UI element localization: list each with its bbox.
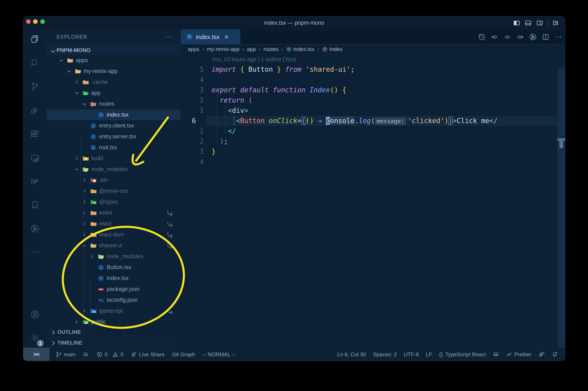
tree-item-my-remix-app[interactable]: my-remix-app [47, 66, 181, 77]
react-icon [98, 111, 105, 118]
activitybar-source-control-icon[interactable] [23, 77, 47, 96]
tree-item-.bin[interactable]: 01 .bin [47, 175, 181, 186]
activitybar-accounts-icon[interactable] [23, 305, 47, 324]
tree-item-node-modules[interactable]: JS node_modules [47, 164, 181, 175]
more-actions-icon[interactable] [555, 33, 562, 41]
breadcrumb-item[interactable]: my-remix-app [207, 46, 240, 52]
code-editor[interactable]: You, 23 hours ago | 1 author (You) 5 imp… [181, 54, 565, 348]
tree-item-node-modules[interactable]: JS node_modules [47, 251, 181, 262]
tree-item-Button.tsx[interactable]: Button.tsx [47, 262, 181, 273]
next-change-icon[interactable] [516, 33, 524, 41]
previous-change-icon[interactable] [491, 33, 498, 41]
status-item[interactable] [538, 351, 545, 358]
tab-index-tsx[interactable]: index.tsx ✕ [181, 30, 240, 44]
breadcrumb-item[interactable]: Index [322, 46, 343, 52]
code-line: 6 <Button onClick={() ⇒ console.log(mess… [181, 116, 565, 126]
layout-sidebar-left-icon[interactable] [513, 19, 520, 27]
panel-outline[interactable]: OUTLINE [47, 326, 181, 337]
tree-item-package.json[interactable]: npm package.json [47, 284, 181, 294]
activitybar-nx-console-icon[interactable] [23, 172, 47, 191]
status-item-lf[interactable]: LF [426, 351, 432, 358]
tree-item-build[interactable]: build [47, 153, 181, 164]
folder-icon [90, 231, 97, 238]
svg-text:npm: npm [99, 288, 103, 290]
status-item-git-graph[interactable]: Git Graph [172, 351, 195, 358]
chevron-down-icon [59, 57, 64, 64]
status-item-0[interactable]: 00 [97, 351, 123, 358]
activitybar-run-debug-icon[interactable] [23, 101, 47, 119]
activitybar-remote-explorer-icon[interactable] [23, 149, 47, 168]
tree-item-tsconfig.json[interactable]: TS⚙ tsconfig.json [47, 294, 181, 305]
line-number: 2 [200, 136, 204, 147]
status-item[interactable] [552, 351, 558, 358]
tree-item-entry.server.tsx[interactable]: entry.server.tsx [47, 131, 181, 142]
tree-item-public[interactable]: public [47, 316, 181, 327]
git-graph-icon[interactable] [529, 33, 537, 41]
breadcrumb-item[interactable]: index.tsx [286, 46, 314, 52]
react-icon [90, 133, 97, 140]
status-item--normal-[interactable]: -- NORMAL -- [202, 351, 235, 358]
status-item[interactable] [83, 351, 89, 358]
folder-public-icon [82, 318, 89, 325]
explorer-more-actions-icon[interactable]: ··· [165, 32, 174, 40]
tree-item-routes[interactable]: routes [47, 98, 181, 109]
activitybar-explorer-icon[interactable] [23, 30, 47, 49]
remote-indicator[interactable]: >< [23, 348, 50, 361]
layout-panel-icon[interactable] [524, 19, 532, 27]
activitybar-more-views-icon[interactable] [23, 243, 47, 262]
workspace-section-header[interactable]: PNPM-MONO [47, 45, 181, 55]
tree-item-@types[interactable]: TS @types [47, 196, 181, 207]
breadcrumb-item[interactable]: apps [188, 46, 199, 52]
copilot-icon [493, 351, 499, 358]
tree-item-apps[interactable]: apps [47, 55, 181, 66]
activitybar-search-icon[interactable] [23, 54, 47, 72]
status-item-prettier[interactable]: Prettier [506, 351, 531, 358]
line-number: 5 [200, 64, 204, 75]
tree-item-shared-ui[interactable]: shared-ui [47, 240, 181, 251]
breadcrumb-item[interactable]: app [247, 46, 256, 52]
close-tab-icon[interactable]: ✕ [224, 34, 229, 40]
status-item-spaces-2[interactable]: Spaces: 2 [373, 351, 397, 358]
breadcrumb-item[interactable]: routes [264, 46, 278, 52]
status-item-typescript-react[interactable]: {}TypeScript React [439, 351, 486, 358]
split-editor-icon[interactable] [542, 33, 550, 41]
tree-item-index.tsx[interactable]: index.tsx [47, 273, 181, 284]
status-item-main[interactable]: main [56, 351, 76, 358]
titlebar-divider [548, 19, 548, 26]
layout-sidebar-right-icon[interactable] [536, 19, 543, 27]
timeline-history-icon[interactable] [478, 33, 486, 41]
panel-timeline[interactable]: TIMELINE [47, 337, 181, 348]
tree-item-react[interactable]: react [47, 218, 181, 229]
chevron-right-icon [74, 318, 79, 325]
activitybar-extensions-icon[interactable] [23, 125, 47, 143]
vertical-scrollbar[interactable] [557, 69, 565, 348]
activitybar-git-graph-icon[interactable] [23, 219, 47, 238]
status-item-live-share[interactable]: Live Share [131, 351, 165, 358]
activitybar-bookmarks-icon[interactable] [23, 196, 47, 214]
status-item-ln-6-col-30[interactable]: Ln 6, Col 30 [337, 351, 366, 358]
tree-item-entry.client.tsx[interactable]: entry.client.tsx [47, 120, 181, 131]
symbol-module-icon [322, 46, 328, 52]
svg-text:JS: JS [85, 169, 87, 171]
status-item-utf-8[interactable]: UTF-8 [404, 351, 419, 358]
svg-text:⚙: ⚙ [102, 300, 104, 303]
folder-app-icon: ⚙ [82, 90, 89, 97]
activitybar-settings-icon[interactable]: 1 [23, 329, 47, 347]
current-change-icon[interactable] [503, 33, 511, 41]
line-number: 1 [200, 126, 204, 136]
folder-types-icon: TS [90, 198, 97, 205]
status-item[interactable] [493, 351, 499, 358]
chevron-right-icon [74, 155, 79, 162]
layout-customize-icon[interactable] [552, 19, 559, 27]
tree-item-eslint[interactable]: eslint [47, 207, 181, 218]
tree-item-.cache[interactable]: .cache [47, 77, 181, 88]
tree-item-index.tsx[interactable]: index.tsx [47, 109, 181, 120]
tree-item-@remix-run[interactable]: @remix-run [47, 186, 181, 196]
line-number: 2 [200, 95, 204, 105]
folder-node-icon: JS [98, 253, 105, 260]
tree-item-app[interactable]: ⚙ app [47, 88, 181, 98]
tree-item-react-dom[interactable]: react-dom [47, 229, 181, 240]
svg-text:⚙: ⚙ [84, 92, 87, 96]
tree-item-root.tsx[interactable]: root.tsx [47, 142, 181, 153]
tree-item-typescript[interactable]: TS typescript [47, 305, 181, 316]
